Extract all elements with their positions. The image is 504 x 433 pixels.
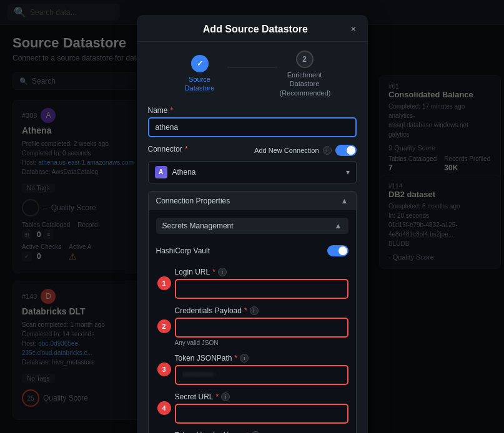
secrets-label: Secrets Management [162, 221, 234, 230]
secrets-management-row: Secrets Management ▲ [156, 218, 348, 234]
hashicorp-label: HashiCorp Vault [156, 246, 210, 255]
chevron-down-icon: ▾ [346, 168, 350, 177]
secret-url-group: 4 Secret URL * i [175, 392, 348, 424]
step-1: ✓ Source Datastore [175, 55, 225, 93]
login-url-group: 1 Login URL * i [175, 268, 348, 299]
connection-properties-section: Connection Properties ▲ Secrets Manageme… [148, 191, 357, 433]
field-number-4: 4 [157, 401, 171, 415]
step-connector [227, 67, 277, 68]
conn-props-label: Connection Properties [156, 197, 230, 205]
step-2: 2 Enrichment Datastore (Recommended) [280, 51, 330, 97]
credentials-hint: Any valid JSON [175, 339, 348, 346]
field-number-3: 3 [157, 362, 171, 376]
modal-title: Add Source Datastore [161, 24, 351, 35]
conn-props-header[interactable]: Connection Properties ▲ [149, 192, 356, 210]
conn-props-chevron: ▲ [341, 197, 348, 205]
name-input[interactable] [148, 117, 357, 137]
add-connection-toggle: Add New Connection i [254, 145, 356, 156]
step-1-circle: ✓ [191, 55, 209, 72]
secret-url-input[interactable] [175, 404, 348, 424]
token-jsonpath-info-icon[interactable]: i [240, 354, 249, 362]
step-2-label: Enrichment Datastore (Recommended) [280, 71, 330, 97]
modal-body: Name * Connector * Add New Connection i … [137, 106, 368, 433]
login-url-info-icon[interactable]: i [218, 268, 227, 276]
token-jsonpath-label: Token JSONPath [175, 354, 232, 362]
athena-connector-icon: A [155, 166, 167, 178]
name-label: Name * [148, 106, 357, 115]
credentials-label: Credentials Payload [175, 306, 242, 315]
token-jsonpath-input[interactable] [175, 365, 348, 385]
credentials-info-icon[interactable]: i [250, 306, 259, 315]
step-1-label: Source Datastore [175, 75, 225, 93]
login-url-input[interactable] [175, 279, 348, 299]
hashicorp-row: HashiCorp Vault [156, 241, 348, 260]
add-connection-info-icon[interactable]: i [323, 146, 332, 155]
secrets-chevron: ▲ [335, 221, 342, 230]
connector-label: Connector * [148, 145, 188, 153]
name-required: * [170, 106, 174, 115]
field-number-1: 1 [157, 276, 171, 290]
step-2-circle: 2 [296, 51, 314, 68]
connector-select[interactable]: A Athena ▾ [148, 161, 357, 183]
modal-stepper: ✓ Source Datastore 2 Enrichment Datastor… [137, 42, 368, 106]
secret-url-label: Secret URL [175, 392, 214, 401]
field-number-2: 2 [157, 319, 171, 333]
credentials-group: 2 Credentials Payload * i Any valid JSON [175, 306, 348, 346]
modal-header: Add Source Datastore × [137, 15, 368, 42]
add-connection-label: Add New Connection [254, 147, 319, 154]
modal-close-button[interactable]: × [350, 24, 356, 34]
login-url-label: Login URL [175, 268, 210, 276]
hashicorp-toggle[interactable] [327, 245, 348, 256]
credentials-input[interactable] [175, 318, 348, 338]
add-connection-toggle-switch[interactable] [335, 145, 357, 156]
connector-selected-value: Athena [172, 168, 196, 177]
connector-select-inner: A Athena [155, 166, 196, 178]
connector-row: Connector * Add New Connection i [148, 145, 357, 156]
secret-url-info-icon[interactable]: i [221, 392, 230, 401]
name-field-group: Name * [148, 106, 357, 137]
conn-props-body: Secrets Management ▲ HashiCorp Vault 1 L… [149, 210, 356, 433]
checkmark-icon: ✓ [197, 59, 203, 68]
token-jsonpath-group: 3 Token JSONPath * i [175, 354, 348, 385]
add-source-modal: Add Source Datastore × ✓ Source Datastor… [137, 15, 368, 433]
